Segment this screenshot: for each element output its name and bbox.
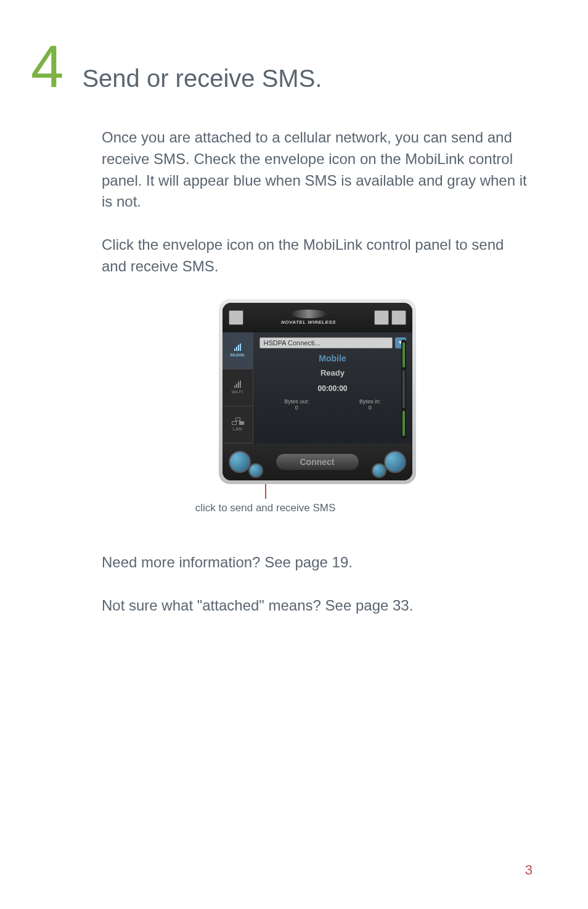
signal-indicator (401, 340, 406, 438)
device-bottom-bar: Connect (223, 443, 412, 480)
intro-paragraph-1: Once you are attached to a cellular netw… (102, 127, 533, 213)
bytes-out-label: Bytes out: (284, 398, 309, 405)
sidebar-lan-label: LAN (232, 426, 242, 432)
right-round-button (384, 451, 406, 473)
intro-paragraph-2: Click the envelope icon on the MobiLink … (102, 234, 533, 278)
bottom-right-small-button (372, 463, 386, 478)
device-sidebar: Mobile Wi-Fi LAN (223, 332, 253, 443)
mobile-signal-icon (234, 343, 241, 351)
logo-swoosh-icon (290, 310, 327, 318)
bytes-out-value: 0 (284, 405, 309, 411)
sidebar-tab-wifi: Wi-Fi (223, 369, 253, 406)
sidebar-tab-lan: LAN (223, 406, 253, 443)
minimize-icon (374, 310, 389, 325)
connection-timer: 00:00:00 (317, 384, 347, 393)
close-icon (391, 310, 406, 325)
brand-text: NOVATEL WIRELESS (281, 319, 336, 325)
sidebar-tab-mobile: Mobile (223, 332, 253, 369)
device-frame: NOVATEL WIRELESS (219, 299, 416, 484)
footer-info-2: Not sure what "attached" means? See page… (102, 595, 533, 617)
device-screenshot-figure: NOVATEL WIRELESS (102, 299, 533, 515)
sms-envelope-button (248, 463, 263, 478)
callout-caption: click to send and receive SMS (195, 501, 336, 515)
step-title: Send or receive SMS. (82, 65, 322, 93)
sidebar-wifi-label: Wi-Fi (232, 389, 243, 395)
device-main-panel: HSDPA Connecti... ▼ Mobile Ready 00:00:0… (253, 332, 412, 443)
bytes-in-label: Bytes in: (359, 398, 381, 405)
carrier-label: Mobile (259, 353, 406, 363)
device-topbar: NOVATEL WIRELESS (223, 303, 412, 332)
footer-info-1: Need more information? See page 19. (102, 552, 533, 574)
page-number: 3 (525, 862, 533, 878)
bytes-in-value: 0 (359, 405, 381, 411)
top-left-icon (229, 310, 243, 325)
step-number: 4 (31, 37, 63, 96)
sidebar-mobile-label: Mobile (230, 352, 245, 358)
lan-icon (232, 417, 243, 425)
brand-logo: NOVATEL WIRELESS (281, 310, 336, 325)
left-round-button (229, 451, 251, 473)
status-label: Ready (259, 368, 406, 377)
connection-dropdown: HSDPA Connecti... (259, 337, 393, 348)
connect-button: Connect (276, 453, 359, 471)
wifi-signal-icon (234, 380, 241, 388)
